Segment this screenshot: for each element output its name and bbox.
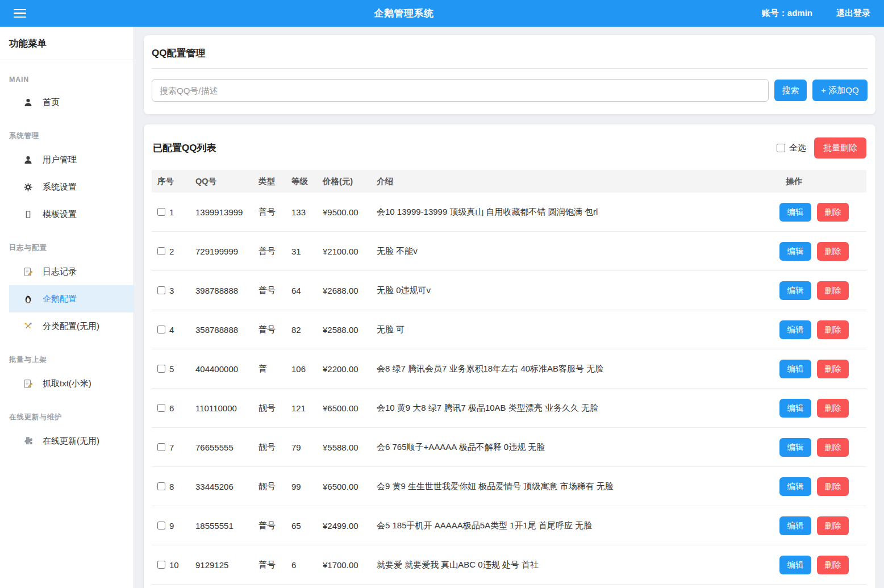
delete-button[interactable]: 删除 [817,477,849,496]
delete-button[interactable]: 删除 [817,438,849,457]
qq-price: ¥6500.00 [323,482,377,491]
qq-price: ¥5588.00 [323,443,377,452]
qq-level: 6 [291,560,323,570]
select-all-checkbox[interactable] [777,144,785,152]
qq-level: 106 [291,364,323,374]
qq-description: 会10 13999-13999 顶级真山 自用收藏都不错 圆润饱满 包rl [377,207,773,218]
qq-level: 65 [291,521,323,531]
placeholder-box-icon [23,209,33,219]
qq-number: 33445206 [195,482,258,491]
table-row: 5404400000普106¥2200.00会8 绿7 腾讯会员7 业务累积18… [152,349,866,389]
row-checkbox[interactable] [157,365,165,373]
qq-number: 404400000 [195,364,258,374]
qq-number: 18555551 [195,521,258,531]
sidebar-item-home[interactable]: 首页 [9,89,134,116]
qq-type: 靓号 [258,442,291,453]
qq-type: 普号 [258,520,291,531]
row-checkbox[interactable] [157,326,165,333]
row-index: 5 [169,364,174,374]
qq-description: 会10 黄9 大8 绿7 腾讯7 极品10AB 类型漂亮 业务久久 无脸 [377,403,773,414]
sidebar-item-template-settings[interactable]: 模板设置 [9,201,134,228]
edit-button[interactable]: 编辑 [779,477,811,496]
edit-button[interactable]: 编辑 [779,556,811,574]
col-price: 价格(元) [323,176,377,187]
sidebar-item-category-config[interactable]: 分类配置(无用) [9,312,134,340]
qq-number: 76655555 [195,443,258,452]
row-index: 2 [169,247,174,256]
penguin-icon [23,294,33,304]
divider [152,68,868,69]
sidebar-item-penguin-config[interactable]: 企鹅配置 [9,285,134,312]
delete-button[interactable]: 删除 [817,203,849,222]
table-row: 109129125普号6¥1700.00就要爱 就要爱我 真山ABC 0违规 处… [152,545,866,585]
sidebar-item-label: 模板设置 [43,209,77,220]
row-checkbox[interactable] [157,522,165,529]
delete-button[interactable]: 删除 [817,360,849,378]
edit-button[interactable]: 编辑 [779,281,811,300]
page-title: QQ配置管理 [152,47,868,60]
table-row: 11399913999普号133¥9500.00会10 13999-13999 … [152,193,866,232]
edit-button[interactable]: 编辑 [779,242,811,261]
menu-icon[interactable] [14,7,26,20]
sidebar-item-label: 首页 [43,97,60,108]
delete-button[interactable]: 删除 [817,242,849,261]
sidebar-section-label: 在线更新与维护 [9,412,124,422]
delete-button[interactable]: 删除 [817,281,849,300]
qq-price: ¥1700.00 [323,560,377,570]
sidebar-item-log-records[interactable]: 日志记录 [9,258,134,285]
puzzle-icon [23,436,33,446]
row-index: 1 [169,207,174,217]
edit-button[interactable]: 编辑 [779,320,811,339]
table-row: 3398788888普号64¥2688.00无脸 0违规可v编辑删除 [152,271,866,310]
qq-price: ¥2499.00 [323,521,377,531]
qq-type: 普号 [258,285,291,296]
sidebar: 功能菜单 MAIN首页系统管理用户管理系统设置模板设置日志与配置日志记录企鹅配置… [0,27,134,588]
logout-button[interactable]: 退出登录 [836,8,870,19]
qq-type: 普 [258,364,291,374]
delete-button[interactable]: 删除 [817,320,849,339]
qq-price: ¥2688.00 [323,286,377,295]
delete-button[interactable]: 删除 [817,399,849,418]
sidebar-item-label: 系统设置 [43,182,77,193]
row-index: 7 [169,443,174,452]
edit-button[interactable]: 编辑 [779,399,811,418]
edit-button[interactable]: 编辑 [779,438,811,457]
qq-level: 133 [291,207,323,217]
row-index: 6 [169,403,174,413]
table-row: 776655555靓号79¥5588.00会6 765顺子+AAAAA 极品不解… [152,428,866,467]
sidebar-item-label: 日志记录 [43,266,77,277]
row-index: 8 [169,482,174,491]
edit-button[interactable]: 编辑 [779,516,811,535]
qq-type: 普号 [258,560,291,570]
row-checkbox[interactable] [157,404,165,412]
sidebar-item-system-settings[interactable]: 系统设置 [9,173,134,201]
sidebar-item-label: 分类配置(无用) [43,321,99,332]
batch-delete-button[interactable]: 批量删除 [814,137,866,159]
sidebar-item-online-update[interactable]: 在线更新(无用) [9,427,134,454]
qq-price: ¥9500.00 [323,207,377,217]
edit-button[interactable]: 编辑 [779,203,811,222]
qq-description: 会5 185手机开 AAAAA极品5A类型 1开1尾 首尾呼应 无脸 [377,520,773,531]
qq-price: ¥2100.00 [323,247,377,256]
row-checkbox[interactable] [157,443,165,451]
search-input[interactable] [152,79,769,102]
row-checkbox[interactable] [157,247,165,255]
row-checkbox[interactable] [157,286,165,294]
search-button[interactable]: 搜索 [774,80,807,101]
delete-button[interactable]: 删除 [817,516,849,535]
memo-icon [23,266,33,277]
qq-level: 31 [291,247,323,256]
qq-config-card: QQ配置管理 搜索 + 添加QQ [144,35,875,114]
qq-level: 121 [291,403,323,413]
delete-button[interactable]: 删除 [817,556,849,574]
sidebar-item-user-management[interactable]: 用户管理 [9,146,134,173]
edit-button[interactable]: 编辑 [779,360,811,378]
sidebar-item-fetch-txt[interactable]: 抓取txt(小米) [9,370,134,397]
row-checkbox[interactable] [157,482,165,490]
qq-price: ¥2588.00 [323,325,377,335]
add-qq-button[interactable]: + 添加QQ [812,80,868,101]
row-checkbox[interactable] [157,561,165,569]
row-checkbox[interactable] [157,208,165,216]
qq-description: 无脸 0违规可v [377,285,773,296]
row-index: 3 [169,286,174,295]
